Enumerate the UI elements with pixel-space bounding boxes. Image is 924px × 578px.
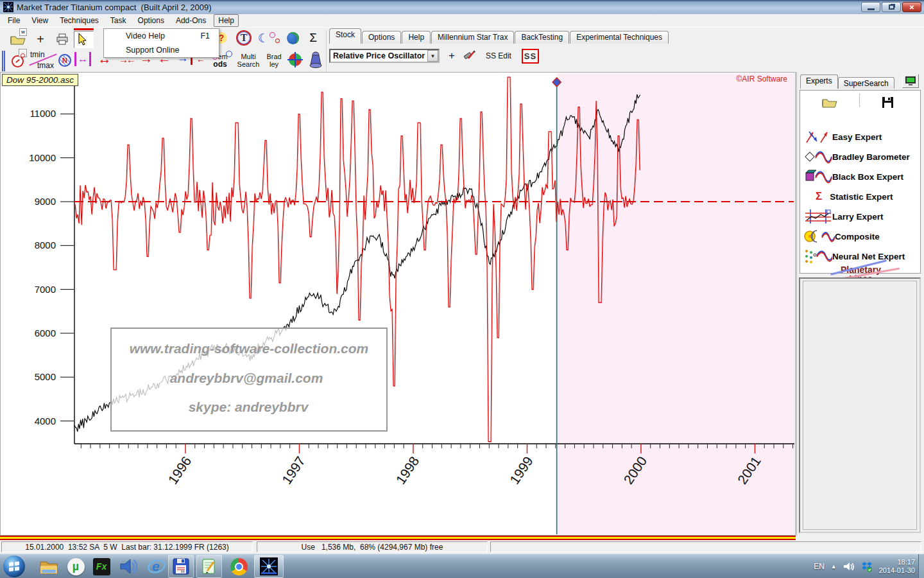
clock[interactable]: 18:17 2014-01-30 — [879, 558, 915, 575]
experts-toolbar-separator — [859, 93, 860, 107]
internet-explorer-icon[interactable]: e — [144, 555, 169, 578]
easy-expert-icon — [804, 128, 832, 145]
year-label: 1997 — [279, 453, 308, 487]
chrome-icon[interactable] — [226, 555, 252, 578]
expert-composite[interactable]: Composite — [804, 229, 880, 244]
tab-experts[interactable]: Experts — [800, 74, 838, 89]
multi-search-tool[interactable]: MultiSearch — [234, 51, 263, 70]
pointer-tool-button[interactable] — [74, 31, 94, 48]
technique-row: Relative Price Oscillator ▼ + SS Edit SS — [329, 48, 539, 64]
show-desktop-button[interactable] — [918, 554, 924, 578]
watermark-line-2: andreybbrv@gmail.com — [170, 371, 323, 385]
astro-tool-icon[interactable]: ☾ — [258, 29, 280, 47]
expert-statistic[interactable]: Σ Statistic Expert — [816, 189, 893, 204]
tmin-tmax-tool[interactable]: tmin tmax — [28, 49, 58, 73]
menu-task[interactable]: Task — [107, 15, 130, 26]
utorrent-icon[interactable]: µ — [63, 555, 89, 578]
menu-view[interactable]: View — [28, 15, 52, 26]
print-button[interactable] — [54, 31, 71, 47]
market-trader-taskbar-icon[interactable] — [254, 555, 284, 578]
y-tick-label: 7000 — [35, 284, 56, 295]
compass-tool-icon[interactable]: N — [56, 52, 73, 69]
expert-easy[interactable]: Easy Expert — [804, 129, 882, 144]
y-tick-label: 6000 — [35, 328, 56, 338]
technique-select[interactable]: Relative Price Oscillator ▼ — [329, 49, 440, 63]
open-file-button[interactable]: w — [8, 31, 28, 47]
composite-icon — [804, 228, 835, 245]
timer-tool-icon[interactable] — [8, 52, 26, 70]
menu-techniques[interactable]: Techniques — [56, 15, 103, 26]
text-tool-icon[interactable]: T — [235, 29, 253, 47]
explorer-icon[interactable] — [36, 555, 62, 578]
price-chart[interactable]: 4000500060007000800090001000011000199619… — [1, 73, 795, 535]
edit-technique-button[interactable] — [463, 48, 475, 64]
target-tool-icon[interactable] — [286, 51, 304, 69]
monitor-button[interactable] — [902, 74, 919, 88]
volume-tray-icon[interactable] — [843, 561, 855, 572]
technique-select-value: Relative Price Oscillator — [333, 51, 425, 60]
expert-neural-net[interactable]: Neural Net Expert — [804, 249, 905, 264]
floppy-app-icon[interactable]: 64 — [168, 555, 194, 578]
status-empty-panel — [490, 541, 921, 552]
globe-icon[interactable] — [285, 30, 300, 46]
load-expert-button[interactable] — [822, 94, 837, 110]
range-tool-icon[interactable]: ↔ — [74, 52, 91, 66]
tab-stock[interactable]: Stock — [329, 28, 361, 44]
notes-app-icon[interactable] — [196, 555, 222, 578]
toolbar-separator — [326, 30, 327, 71]
fx-app-icon[interactable]: Fx — [89, 555, 114, 578]
minimize-button[interactable] — [861, 2, 880, 12]
chevron-down-icon[interactable]: ▼ — [427, 50, 438, 62]
tray-time: 18:17 — [879, 558, 915, 566]
y-tick-label: 4000 — [35, 416, 56, 426]
tab-supersearch[interactable]: SuperSearch — [838, 77, 894, 89]
chart-window[interactable]: 4000500060007000800090001000011000199619… — [0, 72, 796, 536]
app-icon — [3, 2, 13, 12]
ss-edit-label[interactable]: SS Edit — [486, 51, 511, 60]
year-label: 1998 — [393, 453, 422, 487]
close-button[interactable]: ✕ — [902, 2, 921, 12]
expert-bradley-barometer[interactable]: Bradley Barometer — [804, 149, 910, 164]
tab-millennium-star-trax[interactable]: Millennium Star Trax — [431, 31, 514, 44]
save-expert-button[interactable] — [882, 94, 893, 110]
menu-bar: File View Techniques Task Options Add-On… — [0, 14, 924, 27]
volume-app-icon[interactable] — [116, 555, 141, 578]
restore-button[interactable] — [882, 2, 901, 12]
menu-add-ons[interactable]: Add-Ons — [172, 15, 210, 26]
video-help-shortcut: F1 — [200, 31, 210, 40]
expert-larry[interactable]: Larry Expert — [804, 209, 884, 224]
expert-black-box[interactable]: Black Box Expert — [804, 169, 903, 184]
sigma-tool-icon[interactable]: Σ — [306, 30, 320, 46]
ss-button[interactable]: SS — [522, 49, 539, 64]
air-software-credit: ©AIR Software — [736, 74, 787, 83]
tab-backtesting[interactable]: BackTesting — [515, 31, 569, 44]
tab-options[interactable]: Options — [362, 31, 401, 44]
add-technique-button[interactable]: + — [449, 49, 455, 62]
tray-expand-icon[interactable]: ▲ — [831, 563, 837, 570]
start-button[interactable] — [1, 555, 27, 578]
tab-experimental-techniques[interactable]: Experimental Techniques — [570, 31, 669, 44]
menu-file[interactable]: File — [4, 15, 24, 26]
chart-window-active-border — [0, 536, 796, 540]
neural-net-expert-icon — [804, 248, 832, 265]
add-button[interactable]: + — [33, 31, 47, 47]
active-tool-marker — [74, 28, 94, 30]
bell-tool-icon[interactable] — [305, 49, 326, 70]
chart-file-label[interactable]: Dow 95-2000.asc — [2, 74, 78, 86]
tab-help[interactable]: Help — [402, 31, 431, 44]
tray-date: 2014-01-30 — [879, 566, 915, 575]
save-icon — [882, 97, 893, 108]
language-indicator[interactable]: EN — [814, 562, 825, 571]
bradley-barometer-icon — [804, 148, 832, 165]
window-title: Market Trader Titanium compact (Built Ap… — [17, 3, 211, 12]
toolbar-handle[interactable] — [2, 51, 5, 71]
menu-options[interactable]: Options — [134, 15, 168, 26]
menu-item-support-online[interactable]: Support Online — [104, 43, 219, 57]
bradley-tool[interactable]: Bradley — [263, 51, 285, 70]
black-box-expert-icon — [804, 168, 832, 185]
menu-help[interactable]: Help — [214, 14, 239, 27]
supersearch-results-box[interactable] — [799, 277, 921, 533]
dropbox-tray-icon[interactable] — [861, 561, 873, 572]
menu-item-video-help[interactable]: Video Help F1 — [104, 29, 219, 43]
title-bar: Market Trader Titanium compact (Built Ap… — [0, 0, 924, 14]
